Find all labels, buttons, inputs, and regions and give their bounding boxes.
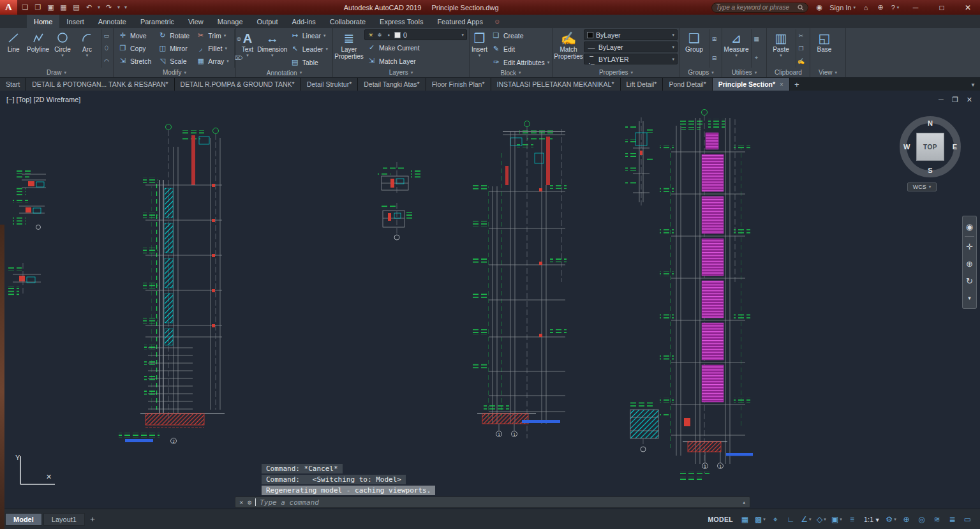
match-layer-button[interactable]: ⇲Match Layer [364,55,467,67]
app-logo[interactable]: A [0,0,17,15]
file-tab-detail-rpompa[interactable]: DETAIL R.POMPA & GROUND TANK* [175,78,301,91]
orbit-icon[interactable]: ↻ [963,273,976,288]
workspace-switching-icon[interactable]: ⚙▾ [884,512,898,526]
qat-customize-icon[interactable]: ▾ [122,1,129,14]
plot-icon[interactable]: ▤ [70,1,82,14]
new-drawing-tab-button[interactable]: + [790,78,804,91]
viewcube-compass-ring[interactable]: N S W E TOP [900,116,961,177]
new-layout-button[interactable]: + [86,513,99,526]
stretch-button[interactable]: ⇲Stretch [115,55,154,67]
panel-label-properties[interactable]: Properties▾ [553,68,679,77]
object-color-combo[interactable]: ByLayer ▾ [584,29,678,40]
viewcube-west[interactable]: W [903,143,910,151]
circle-dropdown-icon[interactable]: ▾ [61,53,64,58]
draw-extra-tools[interactable]: ▭⬯◠ [101,29,111,68]
mirror-button[interactable]: ◫Mirror [155,42,192,54]
linetype-combo[interactable]: –·– BYLAYER ▾ [584,54,678,64]
drawing-minimize-icon[interactable]: ─ [939,96,944,104]
model-space-button[interactable]: MODEL [704,516,737,523]
layer-color-swatch[interactable] [394,32,401,38]
linear-dropdown-icon[interactable]: ▾ [323,33,326,38]
ribbon-tab-featured-apps[interactable]: Featured Apps [430,15,490,28]
command-input[interactable]: Type a command [260,498,738,507]
command-line[interactable]: × ⚙ Type a command ▴ [235,496,750,508]
panel-label-groups[interactable]: Groups▾ [680,68,722,77]
ribbon-tab-annotate[interactable]: Annotate [91,15,133,28]
command-history-toggle-icon[interactable]: ▴ [743,499,746,505]
panel-label-layers[interactable]: Layers▾ [333,68,469,77]
dimension-dropdown-icon[interactable]: ▾ [271,53,274,58]
arc-dropdown-icon[interactable]: ▾ [86,53,89,58]
file-tabs-menu-icon[interactable]: ▾ [966,78,980,91]
panel-label-draw[interactable]: Draw▾ [0,68,113,77]
measure-button[interactable]: ⊿ Measure ▾ [724,29,748,68]
customization-icon[interactable]: ≣ [945,512,960,526]
full-navigation-wheel-icon[interactable]: ◉ [963,219,976,234]
ribbon-tab-manage[interactable]: Manage [211,15,250,28]
sign-in-button[interactable]: Sign In▾ [828,1,858,14]
group-button[interactable]: ❑ Group [682,29,706,68]
copy-button[interactable]: ❐Copy [115,42,154,54]
panel-label-block[interactable]: Block▾ [470,68,552,77]
open-file-icon[interactable]: ❐ [32,1,44,14]
text-button[interactable]: A Text ▾ [238,29,257,68]
block-create-button[interactable]: ❏Create [489,29,552,41]
match-properties-button[interactable]: ✍ Match Properties [554,29,583,68]
annotation-monitor-icon[interactable]: ⊕ [899,512,914,526]
object-color-dropdown-icon[interactable]: ▾ [672,33,674,38]
leader-button[interactable]: ↖Leader▾ [288,43,330,55]
panel-label-modify[interactable]: Modify▾ [114,68,235,77]
search-input[interactable] [716,4,795,11]
viewcube-top-face[interactable]: TOP [916,133,944,161]
array-button[interactable]: ▦Array▾ [193,55,232,67]
command-customize-icon[interactable]: ⚙ [248,498,252,507]
save-as-icon[interactable]: ▦ [57,1,70,14]
isolate-objects-icon[interactable]: ◎ [914,512,929,526]
ribbon-tab-insert[interactable]: Insert [59,15,91,28]
arc-button[interactable]: Arc ▾ [75,29,98,68]
viewcube-north[interactable]: N [928,119,933,127]
ribbon-options-icon[interactable]: ⊙ [490,15,504,28]
clean-screen-icon[interactable]: ▭ [960,512,975,526]
move-button[interactable]: ✛Move [115,29,154,41]
panel-label-utilities[interactable]: Utilities▾ [722,68,766,77]
base-button[interactable]: ◱ Base [812,29,836,68]
tab-close-icon[interactable]: × [780,81,783,88]
isodraft-icon[interactable]: ◇▾ [814,512,829,526]
layer-combo-dropdown-icon[interactable]: ▾ [461,33,464,38]
edit-attributes-dropdown-icon[interactable]: ▾ [547,60,550,65]
layer-freeze-icon[interactable]: ❄ [376,32,383,38]
panel-label-view[interactable]: View▾ [810,68,845,77]
minimize-button[interactable]: ─ [903,0,928,15]
polar-tracking-icon[interactable]: ∠▾ [799,512,813,526]
viewport-menu-control[interactable]: [−] [6,96,15,103]
layer-on-icon[interactable]: ☀ [368,32,374,38]
file-tab-floor-finish[interactable]: Floor Finish Plan* [426,78,491,91]
lineweight-dropdown-icon[interactable]: ▾ [672,45,674,50]
osnap-icon[interactable]: ▣▾ [829,512,844,526]
linetype-dropdown-icon[interactable]: ▾ [672,57,674,62]
file-tab-lift-detail[interactable]: Lift Detail* [621,78,664,91]
text-dropdown-icon[interactable]: ▾ [246,53,249,58]
lineweight-combo[interactable]: — ByLayer ▾ [584,41,678,52]
help-icon[interactable]: ?▾ [889,1,902,14]
ribbon-tab-view[interactable]: View [181,15,211,28]
utilities-extra-tools[interactable]: ▦⌖ [751,29,761,68]
dimension-button[interactable]: ↔ Dimension ▾ [258,29,286,68]
close-button[interactable]: ✕ [956,0,980,15]
layout1-tab[interactable]: Layout1 [43,513,85,526]
block-edit-button[interactable]: ✎Edit [489,43,552,55]
panel-label-annotation[interactable]: Annotation▾ [236,68,332,77]
ribbon-tab-home[interactable]: Home [27,15,59,28]
autodesk-connect-icon[interactable]: ⊕ [874,1,887,14]
edit-attributes-button[interactable]: ✑Edit Attributes▾ [489,56,552,68]
new-file-icon[interactable]: ❏ [19,1,31,14]
visual-style-control[interactable]: [2D Wireframe] [33,96,80,103]
file-tab-start[interactable]: Start [0,78,26,91]
pan-icon[interactable]: ✛ [963,239,976,254]
file-tab-detail-potongan[interactable]: DETAIL & POTONGAN... TANK & RESAPAN* [26,78,174,91]
groups-extra-tools[interactable]: ⊞⊟ [709,29,719,68]
ribbon-tab-addins[interactable]: Add-ins [285,15,323,28]
fillet-dropdown-icon[interactable]: ▾ [225,46,227,51]
circle-button[interactable]: Circle ▾ [51,29,74,68]
